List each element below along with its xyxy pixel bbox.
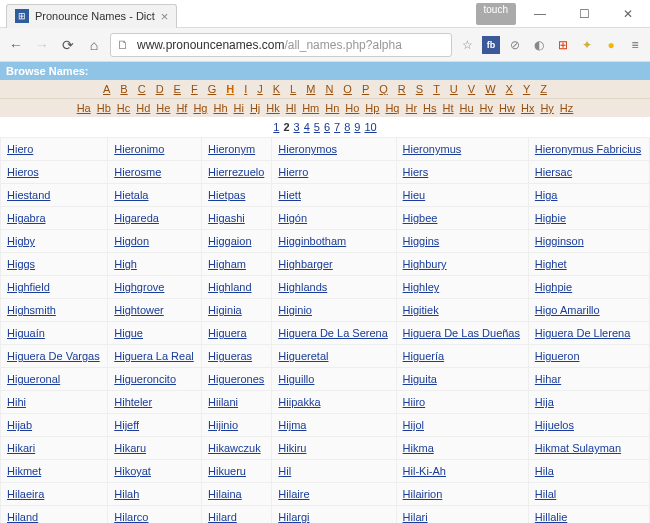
alpha-link-R[interactable]: R [398,83,406,95]
name-link[interactable]: Highbarger [278,258,332,270]
name-link[interactable]: Hikueru [208,465,246,477]
name-link[interactable]: Highgrove [114,281,164,293]
page-link-4[interactable]: 4 [304,121,310,133]
name-link[interactable]: Hieronimo [114,143,164,155]
alpha-link-B[interactable]: B [120,83,127,95]
name-link[interactable]: Hierosme [114,166,161,178]
name-link[interactable]: Highley [403,281,440,293]
name-link[interactable]: Higginson [535,235,584,247]
name-link[interactable]: Hijol [403,419,424,431]
ext-icon-3[interactable]: ✦ [578,36,596,54]
name-link[interactable]: Hikaru [114,442,146,454]
name-link[interactable]: Hihteler [114,396,152,408]
sub-link-Hp[interactable]: Hp [365,102,379,114]
name-link[interactable]: Hilargi [278,511,309,523]
name-link[interactable]: Hiilani [208,396,238,408]
name-link[interactable]: Higuera De Las Dueñas [403,327,520,339]
name-link[interactable]: Hikma [403,442,434,454]
name-link[interactable]: Hilaire [278,488,309,500]
alpha-link-E[interactable]: E [174,83,181,95]
name-link[interactable]: Hijab [7,419,32,431]
alpha-link-T[interactable]: T [433,83,440,95]
window-maximize-button[interactable]: ☐ [562,3,606,25]
name-link[interactable]: Hilaina [208,488,242,500]
tab-close-icon[interactable]: × [161,9,169,24]
name-link[interactable]: Highfield [7,281,50,293]
alpha-link-N[interactable]: N [325,83,333,95]
sub-link-Ha[interactable]: Ha [77,102,91,114]
alpha-link-J[interactable]: J [257,83,263,95]
sub-link-Hy[interactable]: Hy [540,102,553,114]
ext-icon-2[interactable]: ◐ [530,36,548,54]
name-link[interactable]: Hilaeira [7,488,44,500]
page-link-3[interactable]: 3 [294,121,300,133]
sub-link-Hv[interactable]: Hv [480,102,493,114]
alpha-link-V[interactable]: V [468,83,475,95]
name-link[interactable]: Highlands [278,281,327,293]
name-link[interactable]: Higueroncito [114,373,176,385]
window-minimize-button[interactable]: — [518,3,562,25]
name-link[interactable]: Hieronymus Fabricius [535,143,641,155]
name-link[interactable]: Higuita [403,373,437,385]
sub-link-Hf[interactable]: Hf [176,102,187,114]
name-link[interactable]: Hikiru [278,442,306,454]
menu-icon[interactable]: ≡ [626,36,644,54]
name-link[interactable]: Hietpas [208,189,245,201]
name-link[interactable]: Higón [278,212,307,224]
star-icon[interactable]: ☆ [458,36,476,54]
page-link-6[interactable]: 6 [324,121,330,133]
name-link[interactable]: Higgs [7,258,35,270]
alpha-link-L[interactable]: L [290,83,296,95]
browser-tab[interactable]: ⊞ Pronounce Names - Dict × [6,4,177,28]
name-link[interactable]: Higuillo [278,373,314,385]
sub-link-Hj[interactable]: Hj [250,102,260,114]
alpha-link-H[interactable]: H [226,83,234,95]
name-link[interactable]: Hijuelos [535,419,574,431]
alpha-link-X[interactable]: X [506,83,513,95]
name-link[interactable]: Higueronal [7,373,60,385]
window-close-button[interactable]: ✕ [606,3,650,25]
name-link[interactable]: Hierro [278,166,308,178]
name-link[interactable]: Higuera [208,327,247,339]
name-link[interactable]: Higinia [208,304,242,316]
name-link[interactable]: Hietala [114,189,148,201]
name-link[interactable]: Hiiro [403,396,426,408]
name-link[interactable]: Higuerones [208,373,264,385]
name-link[interactable]: Hijeff [114,419,139,431]
sub-link-Hr[interactable]: Hr [405,102,417,114]
page-link-8[interactable]: 8 [344,121,350,133]
name-link[interactable]: Higashi [208,212,245,224]
name-link[interactable]: Higareda [114,212,159,224]
name-link[interactable]: Hieronymos [278,143,337,155]
name-link[interactable]: Highland [208,281,251,293]
name-link[interactable]: Higueretal [278,350,328,362]
alpha-link-O[interactable]: O [343,83,352,95]
name-link[interactable]: Hihar [535,373,561,385]
sub-link-Hw[interactable]: Hw [499,102,515,114]
name-link[interactable]: Higa [535,189,558,201]
alpha-link-C[interactable]: C [138,83,146,95]
alpha-link-P[interactable]: P [362,83,369,95]
alpha-link-S[interactable]: S [416,83,423,95]
name-link[interactable]: Higbie [535,212,566,224]
name-link[interactable]: Hieronym [208,143,255,155]
name-link[interactable]: Higabra [7,212,46,224]
forward-button[interactable]: → [32,35,52,55]
sub-link-Ho[interactable]: Ho [345,102,359,114]
alpha-link-Q[interactable]: Q [379,83,388,95]
page-link-10[interactable]: 10 [364,121,376,133]
name-link[interactable]: Higuera De Vargas [7,350,100,362]
name-link[interactable]: Hijma [278,419,306,431]
name-link[interactable]: Hiett [278,189,301,201]
sub-link-He[interactable]: He [156,102,170,114]
name-link[interactable]: Higgins [403,235,440,247]
name-link[interactable]: Higuera La Real [114,350,194,362]
alpha-link-U[interactable]: U [450,83,458,95]
alpha-link-A[interactable]: A [103,83,110,95]
alpha-link-I[interactable]: I [244,83,247,95]
name-link[interactable]: Highsmith [7,304,56,316]
name-link[interactable]: Highet [535,258,567,270]
alpha-link-D[interactable]: D [156,83,164,95]
alpha-link-K[interactable]: K [273,83,280,95]
alpha-link-Z[interactable]: Z [540,83,547,95]
